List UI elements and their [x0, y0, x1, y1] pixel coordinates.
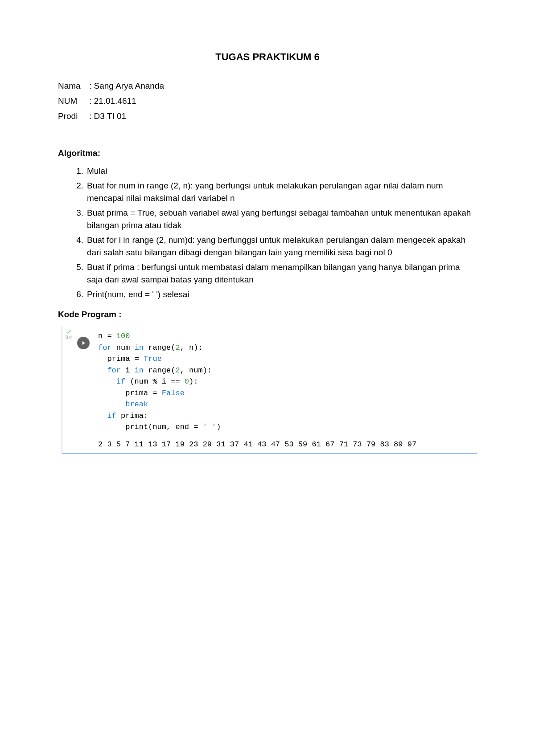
list-item: Buat for num in range (2, n): yang berfu… [87, 180, 477, 205]
algoritma-heading: Algoritma: [58, 148, 477, 158]
num-value: : 21.01.4611 [89, 94, 164, 109]
cell-gutter: 0 d [65, 326, 91, 349]
list-item: Buat for i in range (2, num)d: yang berf… [87, 234, 477, 259]
code-cell: 0 d n = 100 for num in range(2, n): prim… [62, 326, 477, 454]
list-item: Buat prima = True, sebuah variabel awal … [87, 207, 477, 232]
list-item: Buat if prima : berfungsi untuk membatas… [87, 261, 477, 286]
nama-value: : Sang Arya Ananda [89, 78, 164, 94]
code-body[interactable]: n = 100 for num in range(2, n): prima = … [91, 326, 221, 437]
list-item: Mulai [87, 165, 477, 178]
num-label: NUM [58, 94, 89, 109]
run-button[interactable] [77, 337, 90, 349]
play-icon [80, 340, 86, 346]
nama-label: Nama [58, 78, 89, 94]
prodi-label: Prodi [58, 109, 89, 124]
check-icon [66, 329, 72, 335]
document-title: TUGAS PRAKTIKUM 6 [58, 51, 477, 63]
algoritma-list: Mulai Buat for num in range (2, n): yang… [58, 165, 477, 301]
kode-heading: Kode Program : [58, 310, 477, 319]
identity-block: Nama : Sang Arya Ananda NUM : 21.01.4611… [58, 78, 477, 124]
prodi-value: : D3 TI 01 [89, 109, 164, 124]
list-item: Print(num, end = ' ') selesai [87, 288, 477, 301]
code-output: 2 3 5 7 11 13 17 19 23 29 31 37 41 43 47… [98, 437, 477, 453]
